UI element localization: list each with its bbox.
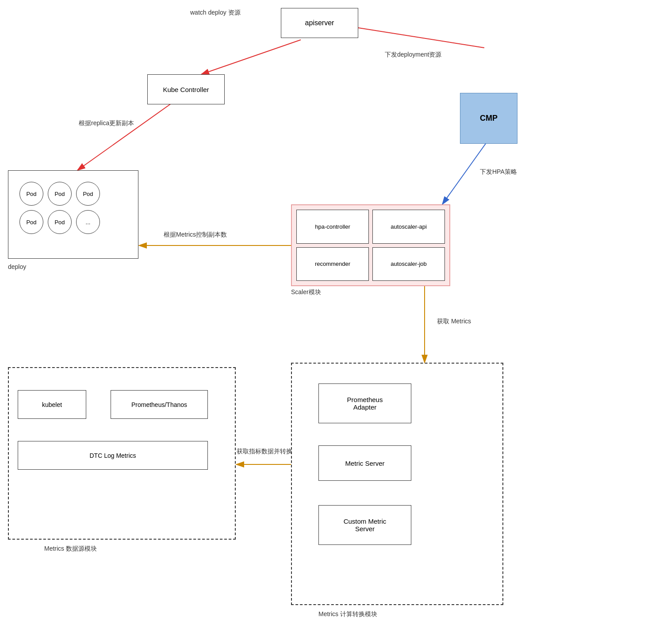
label-gen-replica: 根据replica更新副本 [79,119,134,127]
scaler-box: hpa-controller autoscaler-api recommende… [291,204,450,286]
apiserver-box: apiserver [281,8,358,38]
label-deploy-deployment: 下发deployment资源 [385,51,441,59]
pod-3: Pod [76,182,100,206]
pod-4: Pod [19,210,43,234]
autoscaler-job-cell: autoscaler-job [372,247,445,281]
scaler-module-label: Scaler模块 [291,288,321,296]
svg-line-6 [350,27,484,48]
metrics-datasource-label: Metrics 数据源模块 [44,545,97,553]
pod-dots: ... [76,210,100,234]
cmp-box: CMP [460,93,517,144]
label-control-replica: 根据Metrics控制副本数 [164,231,227,239]
deploy-box: Pod Pod Pod Pod Pod ... [8,170,138,259]
pod-5: Pod [48,210,72,234]
prometheus-adapter-box: Prometheus Adapter [318,383,411,423]
kubelet-box: kubelet [18,390,86,419]
label-watch-deploy: watch deploy 资源 [190,9,241,17]
label-deploy-hpa: 下发HPA策略 [480,168,517,176]
metrics-calc-box: Prometheus Adapter Metric Server Custom … [291,363,503,605]
prometheus-thanos-box: Prometheus/Thanos [111,390,208,419]
pod-2: Pod [48,182,72,206]
metrics-calc-label: Metrics 计算转换模块 [318,610,377,618]
recommender-cell: recommender [296,247,369,281]
autoscaler-api-cell: autoscaler-api [372,210,445,244]
metric-server-box: Metric Server [318,445,411,481]
custom-metric-server-box: Custom Metric Server [318,505,411,545]
kube-controller-box: Kube Controller [147,74,225,104]
dtc-log-metrics-box: DTC Log Metrics [18,441,208,470]
svg-line-5 [77,103,172,170]
label-get-metric-data: 获取指标数据并转换 [237,448,292,456]
svg-line-4 [201,40,301,74]
deploy-label: deploy [8,263,26,270]
pod-1: Pod [19,182,43,206]
metrics-datasource-box: kubelet Prometheus/Thanos DTC Log Metric… [8,367,236,540]
pod-grid: Pod Pod Pod Pod Pod ... [13,175,134,241]
label-get-metrics: 获取 Metrics [437,318,471,326]
hpa-controller-cell: hpa-controller [296,210,369,244]
diagram-container: watch deploy 资源 根据replica更新副本 下发deployme… [0,0,659,644]
